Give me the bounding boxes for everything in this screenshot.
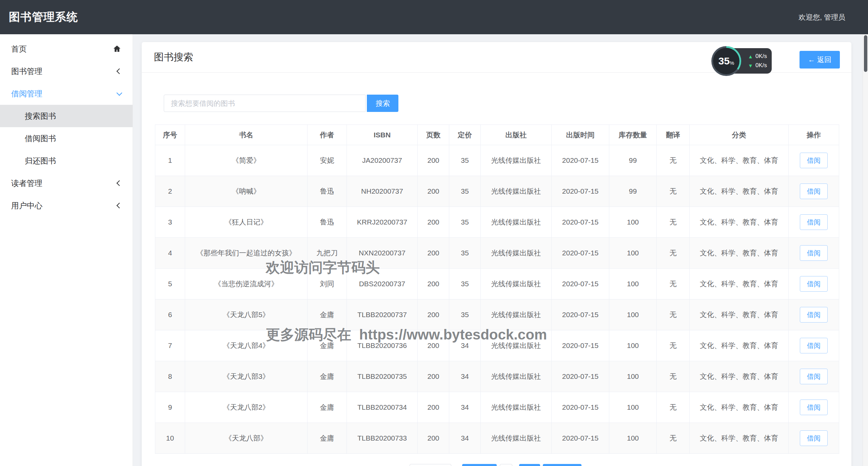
table-cell: 《呐喊》 [185,176,308,207]
books-table: 序号书名作者ISBN页数定价出版社出版时间库存数量翻译分类操作 1《简爱》安妮J… [155,124,839,454]
sidebar: 首页图书管理借阅管理搜索图书借阅图书归还图书读者管理用户中心 [0,34,133,466]
table-cell: 《天龙八部4》 [185,330,308,361]
table-cell: 无 [657,207,690,238]
column-header: 翻译 [657,125,690,145]
table-cell: 光线传媒出版社 [481,392,552,423]
table-cell: 100 [609,269,657,299]
table-cell-action: 借阅 [789,423,839,454]
scrollbar-thumb[interactable] [864,35,867,72]
table-row: 10《天龙八部》金庸TLBB2020073320034光线传媒出版社2020-0… [155,423,839,454]
table-cell: 100 [609,299,657,330]
content-card: 图书搜索 ← 返回 搜索 序号书名作者ISBN页数定价出版社出版时间库存数量翻译… [142,42,851,466]
table-cell: 200 [418,330,449,361]
pagination-next-button[interactable] [543,464,581,466]
sidebar-item-borrow-books[interactable]: 借阅图书 [0,127,133,150]
table-cell: 2020-07-15 [552,330,609,361]
table-body: 1《简爱》安妮JA2020073720035光线传媒出版社2020-07-159… [155,145,839,454]
upload-arrow-icon: ▲ [748,54,753,59]
table-cell: 200 [418,299,449,330]
table-cell: 35 [449,238,481,269]
table-cell: 2 [155,176,185,207]
search-bar: 搜索 [164,95,398,112]
sidebar-item-reader-manage[interactable]: 读者管理 [0,172,133,194]
borrow-button[interactable]: 借阅 [800,307,828,323]
table-cell: NXN20200737 [347,238,418,269]
table-row: 6《天龙八部5》金庸TLBB2020073720035光线传媒出版社2020-0… [155,299,839,330]
table-cell: 光线传媒出版社 [481,330,552,361]
upload-speed: 0K/s [755,53,767,60]
table-cell: 九把刀 [308,238,347,269]
borrow-button[interactable]: 借阅 [800,369,828,384]
table-cell: 无 [657,269,690,299]
scrollbar-track[interactable] [863,34,868,466]
table-cell: 2020-07-15 [552,392,609,423]
table-cell: 《天龙八部2》 [185,392,308,423]
table-cell: 安妮 [308,145,347,176]
sidebar-item-label: 读者管理 [11,178,42,189]
table-cell-action: 借阅 [789,145,839,176]
column-header: 分类 [690,125,789,145]
pagination-page-button[interactable] [500,464,512,466]
table-cell: 光线传媒出版社 [481,269,552,299]
table-cell: 2020-07-15 [552,145,609,176]
table-cell: 35 [449,176,481,207]
borrow-button[interactable]: 借阅 [800,430,828,446]
table-cell: 光线传媒出版社 [481,361,552,392]
pagination-prev-button[interactable] [410,464,451,466]
table-header-row: 序号书名作者ISBN页数定价出版社出版时间库存数量翻译分类操作 [155,125,839,145]
sidebar-item-user-center[interactable]: 用户中心 [0,194,133,217]
table-cell: 金庸 [308,299,347,330]
column-header: 操作 [789,125,839,145]
table-cell: 200 [418,269,449,299]
sidebar-item-search-books[interactable]: 搜索图书 [0,105,133,127]
network-monitor-widget[interactable]: ▲ 0K/s ▼ 0K/s 35 % [711,46,772,76]
table-cell: 刘同 [308,269,347,299]
borrow-button[interactable]: 借阅 [800,183,828,199]
table-cell: 光线传媒出版社 [481,238,552,269]
table-cell: 光线传媒出版社 [481,423,552,454]
search-button[interactable]: 搜索 [367,95,398,112]
table-cell: 1 [155,145,185,176]
table-cell: 《天龙八部5》 [185,299,308,330]
table-cell: 34 [449,330,481,361]
borrow-button[interactable]: 借阅 [800,153,828,168]
pagination [410,464,581,466]
table-cell: 200 [418,423,449,454]
sidebar-item-borrow-manage[interactable]: 借阅管理 [0,82,133,105]
table-row: 5《当悲伤逆流成河》刘同DBS2020073720035光线传媒出版社2020-… [155,269,839,299]
table-cell: 文化、科学、教育、体育 [690,330,789,361]
borrow-button[interactable]: 借阅 [800,338,828,353]
table-cell: 无 [657,423,690,454]
user-greeting: 欢迎您, 管理员 [798,13,845,22]
sidebar-item-home[interactable]: 首页 [0,38,133,60]
pagination-page-button[interactable] [519,464,540,466]
table-cell: 200 [418,145,449,176]
download-arrow-icon: ▼ [748,63,753,68]
table-cell: 34 [449,361,481,392]
sidebar-item-label: 图书管理 [11,66,42,77]
borrow-button[interactable]: 借阅 [800,400,828,415]
column-header: 出版社 [481,125,552,145]
search-input[interactable] [164,95,366,112]
borrow-button[interactable]: 借阅 [800,276,828,292]
table-cell: 金庸 [308,361,347,392]
sidebar-item-book-manage[interactable]: 图书管理 [0,60,133,82]
table-cell: 文化、科学、教育、体育 [690,299,789,330]
table-cell: 3 [155,207,185,238]
sidebar-item-return-books[interactable]: 归还图书 [0,150,133,172]
table-cell: 99 [609,176,657,207]
home-icon [113,44,121,53]
borrow-button[interactable]: 借阅 [800,214,828,230]
table-cell: 文化、科学、教育、体育 [690,423,789,454]
table-cell: 无 [657,330,690,361]
table-cell: 《那些年我们一起追过的女孩》 [185,238,308,269]
table-cell: 《天龙八部》 [185,423,308,454]
column-header: 出版时间 [552,125,609,145]
pagination-page-button[interactable] [462,464,497,466]
gauge-percent-sign: % [730,60,734,66]
upload-speed-row: ▲ 0K/s [748,53,767,60]
table-cell-action: 借阅 [789,392,839,423]
back-button[interactable]: ← 返回 [800,51,840,69]
borrow-button[interactable]: 借阅 [800,245,828,261]
table-cell: 光线传媒出版社 [481,299,552,330]
